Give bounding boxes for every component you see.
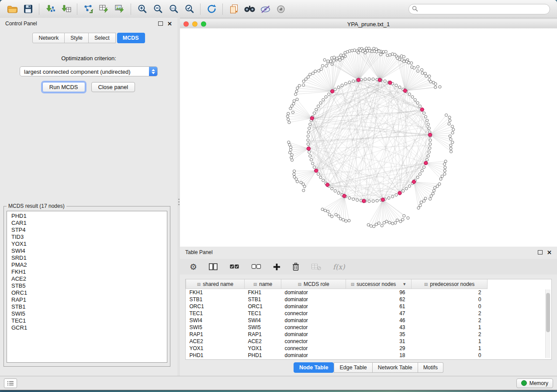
table-row[interactable]: YOX1YOX1connector291 [186, 345, 488, 352]
mcds-result-item[interactable]: SWI5 [11, 310, 167, 317]
cell-MCDS-role[interactable]: dominator [281, 352, 346, 359]
function-icon[interactable]: f(x) [333, 263, 345, 271]
cell-successor-nodes[interactable]: 47 [346, 310, 412, 317]
add-column-icon[interactable] [273, 263, 280, 271]
settings-gear-icon[interactable]: ⚙ [190, 263, 197, 271]
tab-node-table[interactable]: Node Table [294, 362, 334, 373]
table-scrollbar[interactable] [545, 289, 550, 358]
cell-MCDS-role[interactable]: connector [281, 324, 346, 331]
table-row[interactable]: STB1STB1dominator620 [186, 296, 488, 303]
select-all-icon[interactable] [229, 263, 239, 270]
export-image-icon[interactable] [112, 3, 128, 16]
cell-predecessor-nodes[interactable]: 1 [412, 324, 488, 331]
delete-column-icon[interactable] [292, 262, 299, 271]
table-row[interactable]: RAP1RAP1dominator352 [186, 331, 488, 338]
cell-predecessor-nodes[interactable]: 0 [412, 303, 488, 310]
cell-successor-nodes[interactable]: 62 [346, 296, 412, 303]
close-table-panel-icon[interactable]: ✕ [547, 250, 552, 255]
cell-MCDS-role[interactable]: dominator [281, 331, 346, 338]
mcds-result-item[interactable]: FKH1 [11, 268, 167, 275]
cell-successor-nodes[interactable]: 31 [346, 338, 412, 345]
mcds-result-item[interactable]: TID3 [11, 234, 167, 241]
cell-predecessor-nodes[interactable]: 0 [412, 352, 488, 359]
clear-table-icon[interactable] [311, 263, 321, 270]
sort-descending-icon[interactable]: ▼ [402, 282, 406, 286]
mcds-result-item[interactable]: SWI4 [11, 248, 167, 254]
cell-shared-name[interactable]: TEC1 [186, 310, 245, 317]
cell-successor-nodes[interactable]: 61 [346, 303, 412, 310]
mcds-result-item[interactable]: RAP1 [11, 296, 167, 303]
task-history-icon[interactable] [4, 378, 17, 388]
cell-MCDS-role[interactable]: dominator [281, 289, 346, 296]
table-row[interactable]: ORC1ORC1dominator610 [186, 303, 488, 310]
mcds-result-item[interactable]: YOX1 [11, 241, 167, 248]
mcds-result-item[interactable]: PMA2 [11, 261, 167, 268]
cell-MCDS-role[interactable]: dominator [281, 303, 346, 310]
refresh-icon[interactable] [204, 3, 219, 16]
mcds-result-item[interactable]: TEC1 [11, 317, 167, 324]
network-graph[interactable] [180, 28, 557, 247]
float-table-panel-icon[interactable] [538, 250, 543, 254]
copy-document-icon[interactable] [226, 3, 242, 16]
cell-successor-nodes[interactable]: 35 [346, 331, 412, 338]
network-canvas[interactable] [180, 28, 557, 247]
cell-successor-nodes[interactable]: 43 [346, 324, 412, 331]
column-header-name[interactable]: ▤name [245, 279, 281, 289]
save-icon[interactable] [20, 3, 36, 16]
cell-successor-nodes[interactable]: 46 [346, 317, 412, 324]
cell-shared-name[interactable]: SWI4 [186, 317, 245, 324]
cell-predecessor-nodes[interactable]: 1 [412, 338, 488, 345]
cell-predecessor-nodes[interactable]: 2 [412, 310, 488, 317]
tab-edge-table[interactable]: Edge Table [334, 362, 372, 373]
cell-MCDS-role[interactable]: dominator [281, 317, 346, 324]
cell-shared-name[interactable]: PHD1 [186, 352, 245, 359]
cell-MCDS-role[interactable]: dominator [281, 296, 346, 303]
cell-shared-name[interactable]: ORC1 [186, 303, 245, 310]
tab-network-table[interactable]: Network Table [373, 362, 418, 373]
cell-predecessor-nodes[interactable]: 1 [412, 345, 488, 352]
tab-network[interactable]: Network [32, 33, 65, 43]
float-panel-icon[interactable] [158, 21, 163, 26]
column-header-shared-name[interactable]: ▤shared name [186, 279, 245, 289]
table-row[interactable]: TEC1TEC1connector472 [186, 310, 488, 317]
cell-successor-nodes[interactable]: 29 [346, 345, 412, 352]
cell-predecessor-nodes[interactable]: 2 [412, 317, 488, 324]
zoom-in-icon[interactable] [134, 3, 150, 16]
cell-name[interactable]: PHD1 [245, 352, 281, 359]
cell-name[interactable]: FKH1 [245, 289, 281, 296]
cell-shared-name[interactable]: YOX1 [186, 345, 245, 352]
split-columns-icon[interactable] [209, 263, 218, 271]
cell-successor-nodes[interactable]: 18 [346, 352, 412, 359]
search-input[interactable] [408, 4, 550, 14]
mcds-result-item[interactable]: STB5 [11, 282, 167, 289]
tab-motifs[interactable]: Motifs [418, 362, 443, 373]
mcds-result-item[interactable]: GCR1 [11, 324, 167, 331]
mcds-result-item[interactable]: ACE2 [11, 275, 167, 282]
hide-graphics-icon[interactable] [257, 3, 273, 16]
cell-shared-name[interactable]: FKH1 [186, 289, 245, 296]
mcds-result-item[interactable]: PHD1 [11, 213, 167, 220]
deselect-all-icon[interactable] [251, 263, 261, 270]
open-folder-icon[interactable] [4, 3, 20, 16]
mcds-result-item[interactable]: SRD1 [11, 254, 167, 261]
cell-shared-name[interactable]: ACE2 [186, 338, 245, 345]
cell-name[interactable]: SWI5 [245, 324, 281, 331]
mcds-result-item[interactable]: STB1 [11, 303, 167, 310]
mcds-result-item[interactable]: CAR1 [11, 220, 167, 227]
mcds-result-item[interactable]: ORC1 [11, 289, 167, 296]
cell-predecessor-nodes[interactable]: 2 [412, 289, 488, 296]
cell-name[interactable]: ACE2 [245, 338, 281, 345]
memory-button[interactable]: Memory [516, 378, 553, 388]
export-table-icon[interactable] [96, 3, 112, 16]
cell-name[interactable]: ORC1 [245, 303, 281, 310]
table-row[interactable]: ACE2ACE2connector311 [186, 338, 488, 345]
scrollbar-thumb[interactable] [546, 293, 550, 332]
cell-MCDS-role[interactable]: connector [281, 338, 346, 345]
cell-name[interactable]: STB1 [245, 296, 281, 303]
table-row[interactable]: PHD1PHD1dominator180 [186, 352, 488, 359]
tab-style[interactable]: Style [65, 33, 89, 43]
show-eye-icon[interactable] [273, 3, 289, 16]
zoom-selected-icon[interactable] [181, 3, 197, 16]
criterion-dropdown[interactable]: largest connected component (undirected) [20, 66, 158, 76]
cell-predecessor-nodes[interactable]: 0 [412, 296, 488, 303]
